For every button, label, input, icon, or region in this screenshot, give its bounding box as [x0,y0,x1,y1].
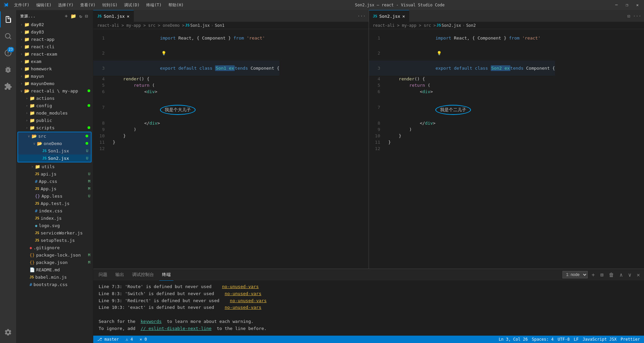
status-eol[interactable]: LF [573,337,580,342]
status-encoding[interactable]: UTF-8 [556,337,571,342]
editor-more-button[interactable]: ··· [355,13,368,19]
tab-son1jsx[interactable]: JS Son1.jsx ✕ [93,10,134,22]
code-editor-1[interactable]: 1 import React, { Component } from 'reac… [93,29,369,269]
line-number: 11 [369,139,386,145]
menu-terminal[interactable]: 终端(T) [144,2,164,9]
status-spaces[interactable]: Spaces: 4 [530,337,555,342]
new-file-icon[interactable]: + [64,13,68,19]
tree-folder-day02[interactable]: › 📁 day02 [16,21,93,28]
activity-extensions[interactable] [0,78,16,94]
tree-folder-react-app[interactable]: › 📁 react-app [16,36,93,43]
tree-folder-react-ali[interactable]: ∨ 📂 react-ali \ my-app [16,87,93,94]
tree-folder-react-cli[interactable]: › 📁 react-cli [16,43,93,50]
activity-search[interactable] [0,28,16,44]
tree-folder-day03[interactable]: › 📁 day03 [16,28,93,36]
close-button[interactable]: ✕ [634,2,641,8]
status-formatter[interactable]: Prettier [619,337,641,342]
chevron-up-icon[interactable]: ∧ [618,271,624,279]
tree-folder-mayunDemo[interactable]: › 📁 mayunDemo [16,80,93,87]
tree-folder-config[interactable]: › 📁 config [16,102,93,109]
tree-folder-node_modules[interactable]: › 📁 node_modules [16,109,93,117]
activity-debug[interactable] [0,62,16,78]
eslint-link[interactable]: // eslint-disable-next-line [141,326,211,331]
tree-file-appless[interactable]: {} App.less U [16,192,93,200]
panel-tab-output[interactable]: 输出 [113,269,127,281]
tree-file-serviceWorker[interactable]: JS serviceWorker.js [16,229,93,236]
activity-source-control[interactable]: 23 [0,45,16,61]
split-editor-icon[interactable]: ⊡ [627,13,630,19]
panel-tab-problems[interactable]: 问题 [96,269,110,281]
tree-folder-homework[interactable]: › 📁 homework [16,65,93,72]
refresh-icon[interactable]: ↻ [78,13,83,19]
warn-link-1[interactable]: no-unused-vars [222,284,259,289]
tree-file-setupTests[interactable]: JS setupTests.js [16,236,93,244]
menu-help[interactable]: 帮助(H) [166,2,186,9]
add-terminal-icon[interactable]: + [590,271,596,279]
menu-goto[interactable]: 转到(G) [100,2,120,9]
tree-folder-scripts[interactable]: › 📁 scripts [16,124,93,131]
warn-link-4[interactable]: no-unused-vars [225,305,262,310]
tree-file-babelmin[interactable]: JS babel.min.js [16,273,93,281]
tree-file-indexcss[interactable]: # index.css [16,207,93,214]
tree-folder-exam[interactable]: › 📁 exam [16,58,93,65]
activity-explorer[interactable] [0,11,16,27]
tree-folder-src[interactable]: ∨ 📂 src [18,132,91,140]
tab-son2jsx[interactable]: JS Son2.jsx ✕ [369,10,410,22]
tree-file-gitignore[interactable]: ◆ .gitignore [16,244,93,251]
tree-file-packagelock[interactable]: {} package-lock.json M [16,251,93,259]
tree-file-appjs[interactable]: JS App.js M [16,185,93,192]
tree-folder-oneDemo[interactable]: ∨ 📂 oneDemo [18,140,91,147]
tree-folder-utils[interactable]: › 📁 utils [16,163,93,170]
tree-folder-public[interactable]: › 📁 public [16,117,93,124]
status-branch[interactable]: ⎇ master [96,337,120,342]
status-errors[interactable]: ✕ 0 [138,337,148,342]
warn-link-3[interactable]: no-unused-vars [230,298,267,303]
tree-file-appcss[interactable]: # App.css M [16,178,93,185]
status-warnings[interactable]: ⚠ 4 [124,337,135,342]
close-panel-icon[interactable]: ✕ [635,271,641,279]
status-language[interactable]: JavaScript JSX [581,337,618,342]
tree-file-bootstrapcss[interactable]: # bootstrap.css [16,281,93,288]
status-position[interactable]: Ln 3, Col 26 [497,337,529,342]
panel-tab-terminal[interactable]: 终端 [159,269,173,281]
more-icon[interactable]: ··· [633,13,641,19]
activity-settings[interactable] [0,324,16,340]
trash-terminal-icon[interactable]: 🗑 [607,271,615,279]
menu-select[interactable]: 选择(Y) [55,2,76,9]
menu-view[interactable]: 查看(V) [77,2,98,9]
git-file-icon: ◆ [30,245,32,250]
tree-file-apijs[interactable]: JS api.js U [16,170,93,178]
warn-link-2[interactable]: no-unused-vars [225,291,262,296]
tree-folder-mayun[interactable]: › 📁 mayun [16,72,93,80]
minimize-button[interactable]: ─ [613,2,620,8]
code-editor-2[interactable]: 1 import React, { Component } from 'reac… [369,29,644,269]
folder-icon: 📁 [24,37,30,42]
line-number: 2 [369,46,386,61]
new-folder-icon[interactable]: 📁 [70,13,77,19]
collapse-all-icon[interactable]: ⊟ [85,13,89,19]
panel-tab-debug[interactable]: 调试控制台 [129,269,157,281]
editor-more-button-2[interactable]: ⊡ ··· [625,13,644,19]
tree-folder-actions[interactable]: › 📁 actions [16,94,93,102]
terminal-select[interactable]: 1: node [562,271,588,278]
menu-file[interactable]: 文件(F) [11,2,32,9]
maximize-button[interactable]: ❐ [624,2,630,8]
menu-edit[interactable]: 编辑(E) [34,2,54,9]
tree-file-apptestjs[interactable]: JS App.test.js [16,200,93,207]
tree-file-readme[interactable]: 📄 README.md [16,266,93,273]
file-label: babel.min.js [35,275,93,280]
tab-close-icon[interactable]: ✕ [127,14,129,19]
chevron-down-icon[interactable]: ∨ [627,271,633,279]
tree-file-son2jsx[interactable]: JS Son2.jsx U [18,154,91,162]
tree-file-indexjs[interactable]: JS index.js [16,214,93,222]
modified-indicator [88,126,90,129]
keywords-link[interactable]: keywords [141,319,162,324]
tree-file-logosvg[interactable]: ◈ logo.svg [16,222,93,229]
status-right: Ln 3, Col 26 Spaces: 4 UTF-8 LF JavaScri… [497,337,641,342]
tab-close-icon[interactable]: ✕ [402,14,405,19]
split-terminal-icon[interactable]: ⊞ [599,271,605,279]
tree-folder-react-exam[interactable]: › 📁 react-exam [16,50,93,58]
tree-file-son1jsx[interactable]: JS Son1.jsx U [18,147,91,154]
menu-debug[interactable]: 调试(D) [121,2,142,9]
tree-file-package[interactable]: {} package.json M [16,259,93,266]
